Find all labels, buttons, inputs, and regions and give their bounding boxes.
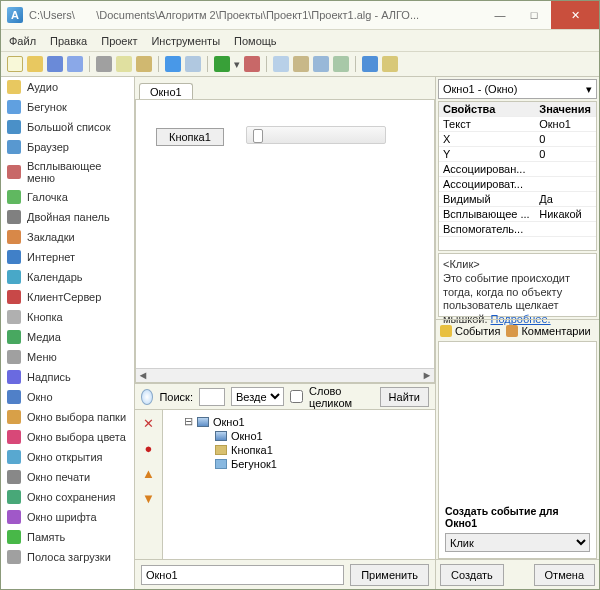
toolbox-item-label: Закладки [27, 231, 75, 243]
tool-d-icon[interactable] [333, 56, 349, 72]
toolbox-item-label: Бегунок [27, 101, 67, 113]
event-type-select[interactable]: Клик [445, 533, 590, 552]
toolbox-item-icon [7, 430, 21, 444]
toolbox-item[interactable]: Закладки [1, 227, 134, 247]
toolbox-item[interactable]: Медиа [1, 327, 134, 347]
run-icon[interactable] [214, 56, 230, 72]
apply-button[interactable]: Применить [350, 564, 429, 586]
property-row[interactable]: Ассоциирован... [439, 162, 596, 177]
search-icon [141, 389, 153, 405]
new-icon[interactable] [7, 56, 23, 72]
toolbox-item[interactable]: Большой список [1, 117, 134, 137]
toolbox-item-icon [7, 410, 21, 424]
search-wholeword-checkbox[interactable] [290, 390, 303, 403]
canvas-button1[interactable]: Кнопка1 [156, 128, 224, 146]
object-name-input[interactable] [141, 565, 344, 585]
toolbox-item-label: Окно [27, 391, 53, 403]
property-row[interactable]: ТекстОкно1 [439, 117, 596, 132]
cancel-event-button[interactable]: Отмена [534, 564, 595, 586]
toolbox-item[interactable]: Надпись [1, 367, 134, 387]
cut-icon[interactable] [96, 56, 112, 72]
toolbox-item[interactable]: Окно печати [1, 467, 134, 487]
stop-icon[interactable] [244, 56, 260, 72]
maximize-button[interactable]: □ [517, 1, 551, 29]
menu-project[interactable]: Проект [101, 35, 137, 47]
toolbox-item[interactable]: Окно выбора папки [1, 407, 134, 427]
menu-help[interactable]: Помощь [234, 35, 277, 47]
window-title: C:\Users\ \Documents\Алгоритм 2\Проекты\… [29, 9, 483, 21]
toolbox-item[interactable]: Двойная панель [1, 207, 134, 227]
search-input[interactable] [199, 388, 225, 406]
toolbox-item[interactable]: Интернет [1, 247, 134, 267]
toolbox-item[interactable]: Окно открытия [1, 447, 134, 467]
toolbox-sidebar[interactable]: АудиоБегунокБольшой списокБраузерВсплыва… [1, 77, 135, 589]
about-icon[interactable] [382, 56, 398, 72]
property-row[interactable]: X0 [439, 132, 596, 147]
menu-edit[interactable]: Правка [50, 35, 87, 47]
tree-down-icon[interactable]: ▼ [142, 491, 155, 506]
property-row[interactable]: ВидимыйДа [439, 192, 596, 207]
redo-icon[interactable] [185, 56, 201, 72]
close-button[interactable]: ✕ [551, 1, 599, 29]
toolbox-item[interactable]: Календарь [1, 267, 134, 287]
open-icon[interactable] [27, 56, 43, 72]
copy-icon[interactable] [116, 56, 132, 72]
toolbox-item[interactable]: Кнопка [1, 307, 134, 327]
toolbox-item[interactable]: Окно шрифта [1, 507, 134, 527]
toolbox-item[interactable]: Полоса загрузки [1, 547, 134, 567]
saveall-icon[interactable] [67, 56, 83, 72]
toolbox-item[interactable]: Галочка [1, 187, 134, 207]
run-dropdown-icon[interactable]: ▾ [234, 58, 240, 71]
undo-icon[interactable] [165, 56, 181, 72]
toolbox-item[interactable]: Окно [1, 387, 134, 407]
event-tabs: События Комментарии [436, 319, 599, 341]
save-icon[interactable] [47, 56, 63, 72]
property-row[interactable]: Всплывающее ...Никакой [439, 207, 596, 222]
property-row[interactable]: Ассоциироват... [439, 177, 596, 192]
tool-c-icon[interactable] [313, 56, 329, 72]
paste-icon[interactable] [136, 56, 152, 72]
toolbox-item-label: Окно выбора папки [27, 411, 126, 423]
property-row[interactable]: Y0 [439, 147, 596, 162]
create-event-button[interactable]: Создать [440, 564, 504, 586]
toolbox-item[interactable]: Окно сохранения [1, 487, 134, 507]
menu-tools[interactable]: Инструменты [151, 35, 220, 47]
toolbox-item[interactable]: Аудио [1, 77, 134, 97]
tab-window1[interactable]: Окно1 [139, 83, 193, 99]
object-tree[interactable]: ⊟Окно1 Окно1 Кнопка1 Бегунок1 [163, 410, 435, 559]
toolbox-item[interactable]: Меню [1, 347, 134, 367]
canvas-hscroll[interactable]: ◄► [136, 368, 434, 382]
tab-comments[interactable]: Комментарии [506, 325, 590, 337]
help-icon[interactable] [362, 56, 378, 72]
toolbox-item-icon [7, 190, 21, 204]
create-event-label: Создать событие для Окно1 [445, 505, 590, 529]
toolbox-item[interactable]: Всплывающее меню [1, 157, 134, 187]
toolbox-item[interactable]: Окно выбора цвета [1, 427, 134, 447]
toolbox-item-icon [7, 470, 21, 484]
tool-a-icon[interactable] [273, 56, 289, 72]
minimize-button[interactable]: — [483, 1, 517, 29]
toolbox-item[interactable]: Память [1, 527, 134, 547]
toolbox-item-label: Галочка [27, 191, 68, 203]
toolbox-item[interactable]: Бегунок [1, 97, 134, 117]
search-scope-select[interactable]: Везде [231, 387, 284, 406]
toolbox-item-label: Интернет [27, 251, 75, 263]
canvas-slider1[interactable] [246, 126, 386, 144]
tree-delete-icon[interactable]: ✕ [143, 416, 154, 431]
tree-up-icon[interactable]: ▲ [142, 466, 155, 481]
property-grid[interactable]: СвойстваЗначения ТекстОкно1X0Y0Ассоцииро… [438, 101, 597, 251]
menu-file[interactable]: Файл [9, 35, 36, 47]
toolbox-item-icon [7, 490, 21, 504]
tab-events[interactable]: События [440, 325, 500, 337]
tree-record-icon[interactable]: ● [145, 441, 153, 456]
search-button[interactable]: Найти [380, 387, 429, 407]
property-row[interactable]: Вспомогатель... [439, 222, 596, 237]
property-description: <Клик> Это событие происходит тогда, ког… [438, 253, 597, 317]
tool-b-icon[interactable] [293, 56, 309, 72]
toolbox-item-icon [7, 100, 21, 114]
design-canvas[interactable]: Кнопка1 [136, 100, 434, 368]
property-object-select[interactable]: Окно1 - (Окно)▾ [438, 79, 597, 99]
toolbox-item[interactable]: Браузер [1, 137, 134, 157]
toolbox-item-label: Кнопка [27, 311, 63, 323]
toolbox-item[interactable]: КлиентСервер [1, 287, 134, 307]
